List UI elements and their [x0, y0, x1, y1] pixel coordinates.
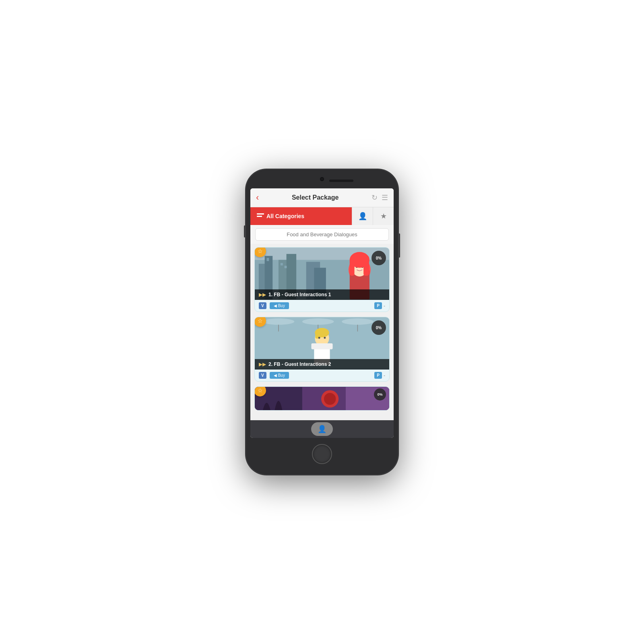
buy-label-2: Buy — [278, 373, 285, 378]
card-dash-2: - — [384, 373, 385, 378]
phone-top-bar — [250, 174, 394, 188]
card-dash-1: - — [384, 303, 385, 309]
tab-all-categories[interactable]: All Categories — [250, 207, 352, 225]
svg-rect-8 — [266, 258, 269, 261]
tab-favorites[interactable]: ★ — [373, 207, 394, 225]
p-button-2[interactable]: P — [374, 372, 382, 379]
title-icon-1: ▶▶ — [259, 292, 266, 297]
buy-arrow-1: ◀ — [274, 303, 277, 308]
card-title-bar-1: ▶▶ 1. FB - Guest Interactions 1 — [255, 289, 389, 300]
svg-rect-34 — [311, 343, 332, 349]
card-right-actions-2: P - — [374, 372, 385, 379]
svg-point-38 — [324, 393, 336, 405]
app-header: ‹ Select Package ↻ ☰ — [250, 188, 394, 207]
menu-icon[interactable]: ☰ — [382, 193, 388, 202]
refresh-icon[interactable]: ↻ — [372, 193, 378, 202]
search-bar — [250, 225, 394, 244]
nav-user-icon: 👤 — [318, 425, 326, 433]
card-right-actions-1: P - — [374, 302, 385, 309]
progress-badge-1: 0% — [372, 251, 386, 265]
card3-scene — [255, 387, 389, 411]
v-button-1[interactable]: V — [259, 302, 266, 309]
p-button-1[interactable]: P — [374, 302, 382, 309]
card-image-3: 0% — [255, 387, 389, 411]
power-button — [398, 233, 400, 258]
volume-button — [244, 225, 246, 237]
page-title: Select Package — [292, 194, 339, 201]
card-actions-2: V ◀ Buy P - — [255, 369, 389, 381]
card-title-bar-2: ▶▶ 2. FB - Guest Interactions 2 — [255, 359, 389, 369]
progress-badge-3: 0% — [374, 388, 386, 400]
bottom-navigation: 👤 — [250, 420, 394, 438]
buy-label-1: Buy — [278, 303, 285, 308]
list-icon — [257, 213, 264, 219]
svg-point-22 — [342, 318, 374, 325]
svg-point-32 — [318, 337, 320, 339]
svg-rect-17 — [350, 258, 355, 276]
star-icon: ★ — [380, 212, 387, 221]
card-title-1: 1. FB - Guest Interactions 1 — [268, 292, 331, 297]
card-left-actions-2: V ◀ Buy — [259, 372, 289, 379]
buy-button-2[interactable]: ◀ Buy — [270, 372, 289, 379]
package-card-1: ☆ — [254, 247, 390, 312]
header-actions: ↻ ☰ — [372, 193, 388, 202]
phone-bottom — [250, 438, 394, 470]
content-area: ☆ — [250, 244, 394, 422]
search-input[interactable] — [255, 228, 389, 241]
progress-badge-2: 0% — [372, 320, 386, 335]
buy-arrow-2: ◀ — [274, 373, 277, 378]
card-left-actions-1: V ◀ Buy — [259, 302, 289, 309]
svg-rect-18 — [363, 256, 369, 276]
tab-person[interactable]: 👤 — [352, 207, 373, 225]
title-icon-2: ▶▶ — [259, 361, 266, 367]
svg-rect-9 — [281, 263, 283, 265]
svg-rect-10 — [285, 266, 287, 268]
nav-user-button[interactable]: 👤 — [311, 422, 333, 436]
svg-point-21 — [302, 318, 334, 325]
tab-all-label: All Categories — [266, 213, 304, 219]
card-image-1: 0% ▶▶ 1. FB - Guest Interactions 1 — [255, 248, 389, 300]
v-button-2[interactable]: V — [259, 372, 266, 379]
package-card-3: ☆ 0% — [254, 386, 390, 411]
home-button[interactable] — [312, 444, 332, 464]
card-image-2: 0% ▶▶ 2. FB - Guest Interactions 2 — [255, 317, 389, 369]
category-tabs: All Categories 👤 ★ — [250, 207, 394, 225]
back-button[interactable]: ‹ — [256, 192, 259, 203]
phone-device: ‹ Select Package ↻ ☰ All Categories 👤 ★ — [246, 169, 398, 475]
person-icon: 👤 — [358, 212, 367, 221]
speaker-grille — [329, 180, 353, 182]
svg-point-33 — [324, 337, 326, 339]
card-title-2: 2. FB - Guest Interactions 2 — [268, 361, 331, 367]
buy-button-1[interactable]: ◀ Buy — [270, 302, 289, 309]
card-actions-1: V ◀ Buy P - — [255, 300, 389, 312]
package-card-2: ☆ — [254, 317, 390, 382]
camera-lens — [320, 177, 324, 181]
phone-screen: ‹ Select Package ↻ ☰ All Categories 👤 ★ — [250, 188, 394, 438]
svg-point-20 — [263, 318, 295, 325]
